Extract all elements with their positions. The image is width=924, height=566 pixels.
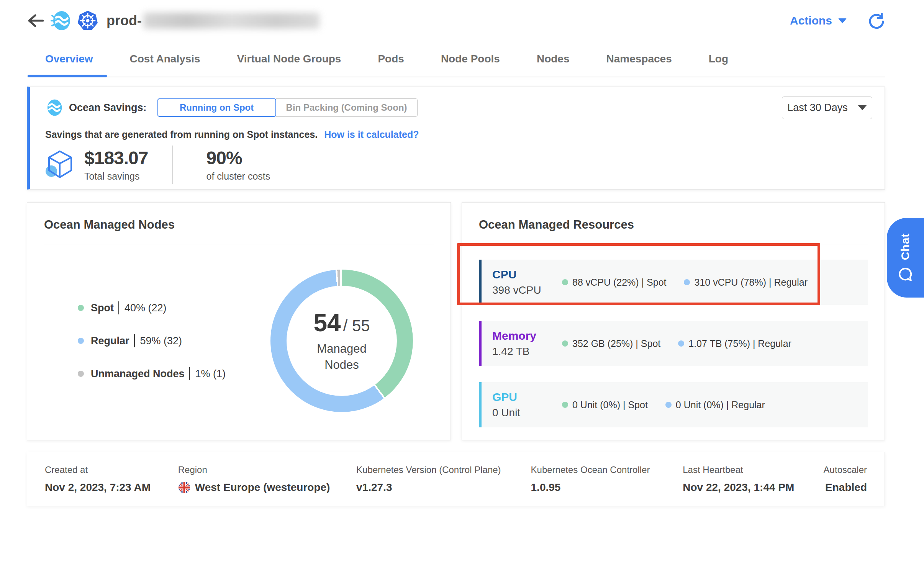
region-value: West Europe (westeurope) xyxy=(178,481,356,494)
back-arrow-icon xyxy=(27,14,44,28)
tab-nodes[interactable]: Nodes xyxy=(537,41,570,77)
refresh-button[interactable] xyxy=(868,12,885,29)
k8s-version-column: Kubernetes Version (Control Plane) v1.27… xyxy=(356,465,531,494)
savings-description: Savings that are generated from running … xyxy=(45,129,318,140)
memory-name: Memory xyxy=(492,329,562,342)
ocean-managed-resources-card: Ocean Managed Resources CPU 398 vCPU 88 … xyxy=(462,202,885,440)
period-select[interactable]: Last 30 Days xyxy=(782,97,872,119)
divider xyxy=(479,244,868,244)
managed-nodes-count: 54 xyxy=(313,309,341,337)
tab-cost-analysis[interactable]: Cost Analysis xyxy=(130,41,200,77)
savings-toggle: Running on Spot Bin Packing (Coming Soon… xyxy=(157,98,418,117)
gpu-total: 0 Unit xyxy=(492,407,562,419)
cluster-info-bar: Created at Nov 2, 2023, 7:23 AM Region W… xyxy=(27,452,885,506)
tab-virtual-node-groups[interactable]: Virtual Node Groups xyxy=(237,41,341,77)
spot-dot-icon xyxy=(562,340,568,347)
tab-node-pools[interactable]: Node Pools xyxy=(441,41,500,77)
tab-namespaces[interactable]: Namespaces xyxy=(606,41,672,77)
resource-row-gpu: GPU 0 Unit 0 Unit (0%) | Spot 0 Unit (0%… xyxy=(479,382,868,427)
tab-bar: Overview Cost Analysis Virtual Node Grou… xyxy=(27,41,885,77)
chat-bubble-icon xyxy=(898,267,913,282)
managed-nodes-caption: Managed Nodes xyxy=(300,341,384,373)
autoscaler-column: Autoscaler Enabled xyxy=(824,465,867,494)
unmanaged-legend-dot-icon xyxy=(78,371,84,377)
regular-dot-icon xyxy=(684,279,690,285)
created-at-value: Nov 2, 2023, 7:23 AM xyxy=(45,481,178,494)
ocean-savings-icon xyxy=(45,99,63,116)
gpu-spot-stat: 0 Unit (0%) | Spot xyxy=(562,399,648,411)
resource-row-cpu: CPU 398 vCPU 88 vCPU (22%) | Spot 310 vC… xyxy=(479,260,868,305)
regular-legend-dot-icon xyxy=(78,338,84,344)
kubernetes-logo-icon xyxy=(77,10,98,31)
bin-packing-button[interactable]: Bin Packing (Coming Soon) xyxy=(276,98,418,117)
ocean-logo-icon xyxy=(51,10,71,31)
chevron-down-icon xyxy=(838,18,847,23)
last-heartbeat-column: Last Heartbeat Nov 22, 2023, 1:44 PM xyxy=(683,465,823,494)
spot-dot-icon xyxy=(562,402,568,408)
ocean-savings-panel: Ocean Savings: Running on Spot Bin Packi… xyxy=(27,87,885,190)
ocean-controller-column: Kubernetes Ocean Controller 1.0.95 xyxy=(531,465,683,494)
spot-legend-dot-icon xyxy=(78,305,84,311)
ocean-savings-label: Ocean Savings: xyxy=(69,102,147,114)
chat-label: Chat xyxy=(899,233,912,260)
cpu-spot-stat: 88 vCPU (22%) | Spot xyxy=(562,277,666,288)
memory-regular-stat: 1.07 TB (75%) | Regular xyxy=(678,338,791,349)
tab-log[interactable]: Log xyxy=(709,41,728,77)
total-savings-value: $183.07 xyxy=(84,147,148,168)
redacted-cluster-name xyxy=(143,13,319,29)
managed-nodes-title: Ocean Managed Nodes xyxy=(44,218,434,232)
regular-dot-icon xyxy=(665,402,672,408)
cpu-total: 398 vCPU xyxy=(492,284,562,296)
cluster-costs-percent: 90% xyxy=(206,147,270,168)
legend-item-unmanaged: Unmanaged Nodes 1% (1) xyxy=(78,367,226,380)
chat-button[interactable]: Chat xyxy=(887,218,924,298)
uk-flag-icon xyxy=(178,481,190,494)
cpu-name: CPU xyxy=(492,268,562,281)
last-heartbeat-value: Nov 22, 2023, 1:44 PM xyxy=(683,481,823,494)
actions-label: Actions xyxy=(790,14,832,27)
ocean-controller-value: 1.0.95 xyxy=(531,481,683,494)
running-on-spot-button[interactable]: Running on Spot xyxy=(157,98,276,117)
ocean-managed-nodes-card: Ocean Managed Nodes Spot 40% (22) Regula… xyxy=(27,202,451,440)
refresh-icon xyxy=(868,12,885,29)
page-title: prod- xyxy=(106,13,142,29)
legend-item-regular: Regular 59% (32) xyxy=(78,334,226,347)
divider xyxy=(44,244,434,244)
managed-nodes-donut: 54 / 55 Managed Nodes xyxy=(270,270,413,412)
memory-spot-stat: 352 GB (25%) | Spot xyxy=(562,338,660,349)
cluster-costs-label: of cluster costs xyxy=(206,171,270,182)
divider xyxy=(172,146,173,184)
back-button[interactable] xyxy=(27,13,44,28)
period-select-value: Last 30 Days xyxy=(787,102,848,114)
region-column: Region West Europe (westeurope) xyxy=(178,465,356,494)
regular-dot-icon xyxy=(678,340,684,347)
header: prod- Actions xyxy=(27,0,885,41)
memory-total: 1.42 TB xyxy=(492,345,562,358)
managed-resources-title: Ocean Managed Resources xyxy=(479,218,868,232)
created-at-column: Created at Nov 2, 2023, 7:23 AM xyxy=(45,465,178,494)
legend-item-spot: Spot 40% (22) xyxy=(78,301,226,314)
tab-overview[interactable]: Overview xyxy=(45,41,93,77)
chevron-down-icon xyxy=(858,105,867,110)
autoscaler-status: Enabled xyxy=(825,481,867,494)
how-calculated-link[interactable]: How is it calculated? xyxy=(324,129,419,140)
total-savings-label: Total savings xyxy=(84,171,148,182)
tab-pods[interactable]: Pods xyxy=(378,41,404,77)
k8s-version-value: v1.27.3 xyxy=(356,481,531,494)
nodes-legend: Spot 40% (22) Regular 59% (32) Unmanaged… xyxy=(78,301,226,380)
managed-nodes-total: / 55 xyxy=(343,317,370,335)
resource-row-memory: Memory 1.42 TB 352 GB (25%) | Spot 1.07 … xyxy=(479,321,868,366)
gpu-regular-stat: 0 Unit (0%) | Regular xyxy=(665,399,765,411)
cpu-regular-stat: 310 vCPU (78%) | Regular xyxy=(684,277,808,288)
gpu-name: GPU xyxy=(492,391,562,404)
actions-button[interactable]: Actions xyxy=(790,14,847,27)
savings-cube-icon xyxy=(45,149,74,180)
spot-dot-icon xyxy=(562,279,568,285)
